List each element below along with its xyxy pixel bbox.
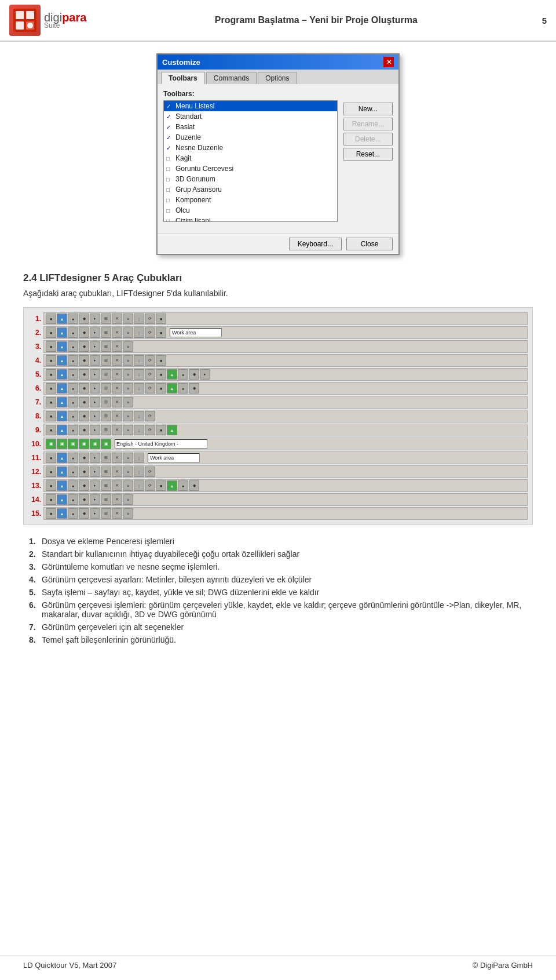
toolbar-icon[interactable]: ⊞ bbox=[101, 425, 111, 435]
toolbar-icon[interactable]: ▲ bbox=[57, 508, 67, 519]
toolbar-icon[interactable]: ▲ bbox=[57, 327, 67, 338]
toolbar-icon[interactable]: ✕ bbox=[112, 411, 122, 421]
toolbar-icon[interactable]: ▲ bbox=[57, 383, 67, 394]
toolbar-icon[interactable]: ⊞ bbox=[101, 480, 111, 491]
keyboard-button[interactable]: Keyboard... bbox=[289, 238, 342, 250]
toolbar-icon[interactable]: ✕ bbox=[112, 467, 122, 477]
toolbar-icon[interactable]: ≡ bbox=[123, 453, 133, 463]
toolbar-icon[interactable]: ⊞ bbox=[101, 314, 111, 324]
toolbar-icon[interactable]: ↕ bbox=[134, 425, 144, 435]
toolbar-icon[interactable]: ● bbox=[178, 480, 188, 491]
toolbar-icon[interactable]: ● bbox=[68, 453, 78, 463]
toolbar-icon[interactable]: ▸ bbox=[90, 341, 100, 352]
toolbar-icon[interactable]: ↕ bbox=[134, 453, 144, 463]
toolbar-icon[interactable]: ⊞ bbox=[101, 383, 111, 394]
flag-icon[interactable]: ▣ bbox=[90, 439, 100, 449]
toolbar-icon[interactable]: ≡ bbox=[123, 467, 133, 477]
toolbar-icon[interactable]: ● bbox=[178, 369, 188, 380]
toolbar-icon[interactable]: ◆ bbox=[79, 369, 89, 380]
toolbar-icon[interactable]: ▲ bbox=[57, 341, 67, 352]
toolbar-icon[interactable]: ▲ bbox=[57, 355, 67, 366]
toolbar-icon[interactable]: ≡ bbox=[123, 383, 133, 394]
toolbar-icon[interactable]: ● bbox=[68, 369, 78, 380]
toolbar-icon[interactable]: ▸ bbox=[90, 411, 100, 421]
new-button[interactable]: New... bbox=[343, 103, 393, 115]
list-item[interactable]: Olcu bbox=[164, 205, 337, 216]
toolbar-icon[interactable]: ▸ bbox=[90, 480, 100, 491]
list-item[interactable]: 3D Gorunum bbox=[164, 174, 337, 184]
toolbar-icon[interactable]: ↕ bbox=[134, 314, 144, 324]
toolbar-icon[interactable]: ▲ bbox=[57, 480, 67, 491]
toolbar-icon[interactable]: ⊞ bbox=[101, 467, 111, 477]
toolbar-icon[interactable]: ◆ bbox=[79, 453, 89, 463]
toolbar-icon[interactable]: ● bbox=[68, 508, 78, 519]
tab-options[interactable]: Options bbox=[258, 72, 297, 84]
toolbar-icon[interactable]: ◆ bbox=[79, 480, 89, 491]
toolbar-icon[interactable]: ▸ bbox=[90, 425, 100, 435]
toolbar-icon[interactable]: ≡ bbox=[123, 314, 133, 324]
toolbar-icon[interactable]: ▲ bbox=[167, 383, 177, 394]
toolbar-icon[interactable]: ✕ bbox=[112, 341, 122, 352]
list-item[interactable]: Duzenle bbox=[164, 132, 337, 143]
toolbar-icon[interactable]: ≡ bbox=[123, 494, 133, 505]
toolbar-icon[interactable]: ⊞ bbox=[101, 327, 111, 338]
toolbar-icon[interactable]: ⊞ bbox=[101, 508, 111, 519]
toolbar-icon[interactable]: ≡ bbox=[123, 411, 133, 421]
toolbar-icon[interactable]: ● bbox=[68, 467, 78, 477]
toolbar-icon[interactable]: ↕ bbox=[134, 355, 144, 366]
flag-icon[interactable]: ▣ bbox=[68, 439, 78, 449]
toolbar-icon[interactable]: ✕ bbox=[112, 369, 122, 380]
toolbar-icon[interactable]: ⟳ bbox=[145, 425, 155, 435]
toolbars-list[interactable]: Menu ListesiStandartBaslatDuzenleNesne D… bbox=[163, 100, 338, 222]
flag-icon[interactable]: ▣ bbox=[46, 439, 56, 449]
toolbar-icon[interactable]: ✕ bbox=[112, 508, 122, 519]
reset-button[interactable]: Reset... bbox=[343, 148, 393, 161]
toolbar-text-field[interactable]: Work area bbox=[148, 453, 200, 462]
toolbar-icon[interactable]: ▲ bbox=[57, 467, 67, 477]
toolbar-icon[interactable]: ≡ bbox=[123, 355, 133, 366]
toolbar-icon[interactable]: ▸ bbox=[90, 383, 100, 394]
toolbar-icon[interactable]: ▲ bbox=[57, 369, 67, 380]
toolbar-icon[interactable]: ▸ bbox=[90, 397, 100, 407]
toolbar-icon[interactable]: ⟳ bbox=[145, 327, 155, 338]
toolbar-icon[interactable]: ▲ bbox=[167, 480, 177, 491]
toolbar-icon[interactable]: ▸ bbox=[90, 494, 100, 505]
flag-icon[interactable]: ▣ bbox=[79, 439, 89, 449]
toolbar-icon[interactable]: ⟳ bbox=[145, 314, 155, 324]
toolbar-icon[interactable]: ◆ bbox=[79, 383, 89, 394]
delete-button[interactable]: Delete... bbox=[343, 133, 393, 145]
toolbar-icon[interactable]: ▲ bbox=[167, 425, 177, 435]
toolbar-icon[interactable]: ● bbox=[68, 327, 78, 338]
list-item[interactable]: Komponent bbox=[164, 195, 337, 205]
toolbar-icon[interactable]: ◆ bbox=[189, 383, 199, 394]
flag-icon[interactable]: ▣ bbox=[57, 439, 67, 449]
toolbar-icon[interactable]: ● bbox=[68, 383, 78, 394]
toolbar-text-field[interactable]: Work area bbox=[170, 328, 222, 337]
list-item[interactable]: Grup Asansoru bbox=[164, 184, 337, 195]
toolbar-icon[interactable]: ▸ bbox=[90, 314, 100, 324]
toolbar-icon[interactable]: ◆ bbox=[79, 411, 89, 421]
toolbar-icon[interactable]: ✕ bbox=[112, 383, 122, 394]
dialog-close-button[interactable]: ✕ bbox=[383, 57, 394, 67]
toolbar-icon[interactable]: ▲ bbox=[57, 314, 67, 324]
toolbar-icon[interactable]: ■ bbox=[46, 411, 56, 421]
toolbar-icon[interactable]: ⊞ bbox=[101, 453, 111, 463]
toolbar-icon[interactable]: ■ bbox=[46, 494, 56, 505]
toolbar-icon[interactable]: ↕ bbox=[134, 369, 144, 380]
toolbar-icon[interactable]: ■ bbox=[46, 467, 56, 477]
flag-icon[interactable]: ▣ bbox=[101, 439, 111, 449]
toolbar-icon[interactable]: ✕ bbox=[112, 397, 122, 407]
toolbar-icon[interactable]: ◆ bbox=[189, 480, 199, 491]
toolbar-icon[interactable]: ✕ bbox=[112, 494, 122, 505]
toolbar-icon[interactable]: ⊞ bbox=[101, 369, 111, 380]
toolbar-icon[interactable]: ● bbox=[68, 425, 78, 435]
rename-button[interactable]: Rename... bbox=[343, 118, 393, 130]
toolbar-icon[interactable]: ■ bbox=[156, 383, 166, 394]
toolbar-icon[interactable]: ≡ bbox=[123, 327, 133, 338]
toolbar-icon[interactable]: ● bbox=[68, 397, 78, 407]
toolbar-icon[interactable]: ◆ bbox=[79, 314, 89, 324]
toolbar-icon[interactable]: ◆ bbox=[79, 494, 89, 505]
toolbar-icon[interactable]: ⟳ bbox=[145, 411, 155, 421]
tab-toolbars[interactable]: Toolbars bbox=[161, 72, 205, 84]
toolbar-icon[interactable]: ■ bbox=[46, 508, 56, 519]
